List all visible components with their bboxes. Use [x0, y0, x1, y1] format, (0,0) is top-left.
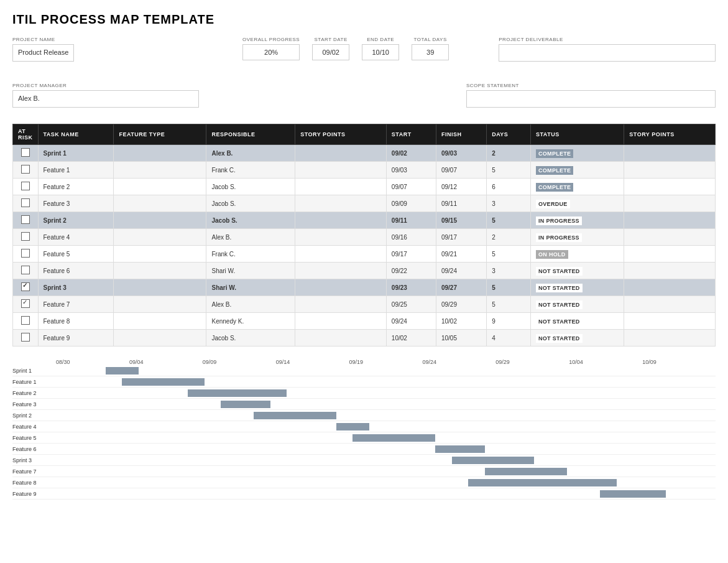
at-risk-cell[interactable]	[13, 195, 39, 212]
gantt-row: Feature 9	[12, 488, 716, 500]
table-row: Feature 3Jacob S.09/0909/113OVERDUE	[13, 195, 716, 212]
status-badge: NOT STARTED	[536, 300, 583, 309]
table-row: Feature 2Jacob S.09/0709/126COMPLETE	[13, 179, 716, 195]
start-cell: 09/11	[386, 212, 436, 229]
table-row: Feature 5Frank C.09/1709/215ON HOLD	[13, 246, 716, 263]
gantt-row-label: Feature 8	[12, 480, 56, 486]
th-days: DAYS	[487, 124, 531, 145]
story-points-out-cell	[624, 313, 716, 330]
th-status: STATUS	[531, 124, 624, 145]
gantt-bar	[221, 401, 270, 408]
start-cell: 09/16	[386, 229, 436, 246]
gantt-row-chart	[56, 444, 716, 454]
gantt-date-label: 10/09	[642, 359, 716, 365]
gantt-row-label: Feature 9	[12, 491, 56, 497]
gantt-bar	[600, 490, 666, 498]
finish-cell: 10/05	[436, 330, 486, 347]
at-risk-cell[interactable]: ✓	[13, 279, 39, 296]
at-risk-cell[interactable]	[13, 162, 39, 179]
gantt-row: Sprint 3	[12, 455, 716, 466]
at-risk-cell[interactable]	[13, 246, 39, 263]
start-date-box: START DATE 09/02	[312, 37, 349, 60]
gantt-date-label: 08/30	[56, 359, 129, 365]
at-risk-checkbox[interactable]	[21, 215, 30, 224]
days-cell: 5	[487, 296, 531, 313]
at-risk-checkbox-checked[interactable]: ✓	[21, 282, 30, 291]
start-cell: 10/02	[386, 330, 436, 347]
table-row: Feature 8Kennedy K.09/2410/029NOT STARTE…	[13, 313, 716, 330]
manager-row: PROJECT MANAGER Alex B. SCOPE STATEMENT	[12, 83, 716, 114]
days-cell: 5	[487, 162, 531, 179]
project-name-label: PROJECT NAME	[12, 37, 74, 42]
responsible-cell: Alex B.	[206, 145, 295, 162]
gantt-bar	[254, 412, 336, 419]
at-risk-checkbox[interactable]	[21, 182, 30, 190]
at-risk-cell[interactable]	[13, 330, 39, 347]
at-risk-checkbox[interactable]	[21, 198, 30, 207]
feature-type-cell	[114, 212, 206, 229]
gantt-row-chart	[56, 477, 716, 488]
status-badge: COMPLETE	[536, 183, 573, 192]
story-points-in-cell	[295, 313, 387, 330]
deliverable-value	[499, 44, 716, 62]
at-risk-checkbox[interactable]	[21, 165, 30, 174]
manager-label: PROJECT MANAGER	[12, 83, 199, 88]
gantt-row-label: Feature 7	[12, 468, 56, 475]
gantt-date-label: 09/14	[276, 359, 349, 365]
at-risk-checkbox[interactable]	[21, 148, 30, 157]
gantt-row-label: Feature 2	[12, 390, 56, 396]
th-story-points-2: STORY POINTS	[624, 124, 716, 145]
at-risk-cell[interactable]	[13, 212, 39, 229]
table-row: Sprint 2Jacob S.09/1109/155IN PROGRESS	[13, 212, 716, 229]
at-risk-cell[interactable]	[13, 263, 39, 279]
page-title: ITIL PROCESS MAP TEMPLATE	[12, 12, 716, 27]
days-cell: 2	[487, 229, 531, 246]
at-risk-checkbox[interactable]	[21, 333, 30, 342]
gantt-date-label: 09/24	[422, 359, 495, 365]
at-risk-checkbox[interactable]	[21, 316, 30, 325]
responsible-cell: Frank C.	[206, 246, 295, 263]
task-name-cell: Feature 3	[38, 195, 114, 212]
gantt-bar	[435, 445, 485, 453]
table-row: ✓Feature 7Alex B.09/2509/295NOT STARTED	[13, 296, 716, 313]
finish-cell: 09/12	[436, 179, 486, 195]
task-name-cell: Feature 7	[38, 296, 114, 313]
story-points-out-cell	[624, 296, 716, 313]
overall-progress-label: OVERALL PROGRESS	[242, 37, 300, 42]
gantt-rows: Sprint 1Feature 1Feature 2Feature 3Sprin…	[12, 365, 716, 500]
story-points-in-cell	[295, 330, 387, 347]
gantt-row: Feature 3	[12, 399, 716, 410]
status-cell: NOT STARTED	[531, 263, 624, 279]
total-days-label: TOTAL DAYS	[412, 37, 449, 42]
gantt-label-spacer	[12, 359, 56, 365]
at-risk-checkbox[interactable]: ✓	[21, 299, 30, 308]
task-name-cell: Feature 8	[38, 313, 114, 330]
at-risk-cell[interactable]	[13, 179, 39, 195]
at-risk-cell[interactable]	[13, 313, 39, 330]
start-cell: 09/23	[386, 279, 436, 296]
feature-type-cell	[114, 296, 206, 313]
table-row: ✓Sprint 3Shari W.09/2309/275NOT STARTED	[13, 279, 716, 296]
scope-value	[466, 90, 716, 108]
gantt-row: Feature 2	[12, 388, 716, 399]
story-points-out-cell	[624, 330, 716, 347]
at-risk-cell[interactable]: ✓	[13, 296, 39, 313]
gantt-date-label: 09/19	[349, 359, 423, 365]
finish-cell: 09/07	[436, 162, 486, 179]
table-row: Sprint 1Alex B.09/0209/032COMPLETE	[13, 145, 716, 162]
days-cell: 2	[487, 145, 531, 162]
story-points-in-cell	[295, 296, 387, 313]
gantt-date-label: 09/04	[129, 359, 203, 365]
at-risk-checkbox[interactable]	[21, 249, 30, 258]
gantt-bar	[122, 378, 205, 386]
end-date-value: 10/10	[362, 44, 399, 60]
status-cell: IN PROGRESS	[531, 212, 624, 229]
gantt-bar	[468, 479, 617, 486]
at-risk-cell[interactable]	[13, 145, 39, 162]
at-risk-checkbox[interactable]	[21, 266, 30, 274]
at-risk-cell[interactable]	[13, 229, 39, 246]
gantt-row-chart	[56, 466, 716, 477]
feature-type-cell	[114, 279, 206, 296]
status-badge: IN PROGRESS	[536, 233, 582, 242]
at-risk-checkbox[interactable]	[21, 232, 30, 241]
